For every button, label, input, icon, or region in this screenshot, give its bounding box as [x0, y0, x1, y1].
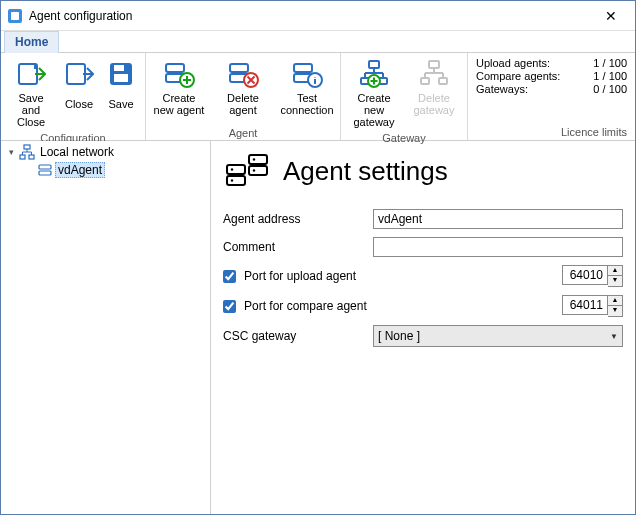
create-new-gateway-button[interactable]: Create new gateway [345, 55, 403, 131]
csc-gateway-value: [ None ] [378, 329, 420, 343]
test-connection-label: Test connection [280, 92, 333, 116]
ribbon: Save and Close Close Save Configuration [1, 53, 635, 141]
network-icon [19, 144, 35, 160]
tree-node-agent[interactable]: vdAgent [1, 161, 210, 179]
tab-home[interactable]: Home [4, 31, 59, 53]
create-new-gateway-label: Create new gateway [348, 92, 400, 128]
server-delete-icon [227, 58, 259, 90]
port-upload-checkbox[interactable] [223, 270, 236, 283]
spin-up-button[interactable]: ▲ [608, 296, 622, 306]
settings-heading-row: Agent settings [223, 151, 623, 191]
licence-limits-panel: Upload agents: 1 / 100 Compare agents: 1… [468, 53, 635, 140]
servers-icon [223, 151, 273, 191]
svg-rect-19 [294, 64, 312, 72]
window-close-button[interactable]: ✕ [589, 2, 633, 30]
chevron-down-icon: ▼ [610, 332, 618, 341]
gateways-label: Gateways: [476, 83, 528, 95]
svg-rect-35 [421, 78, 429, 84]
svg-rect-8 [114, 74, 128, 82]
svg-rect-52 [249, 155, 267, 164]
titlebar: Agent configuration ✕ [1, 1, 635, 31]
comment-label: Comment [223, 240, 373, 254]
save-and-close-label: Save and Close [8, 92, 54, 128]
svg-rect-4 [67, 64, 85, 84]
tree-agent-label: vdAgent [55, 162, 105, 178]
ribbon-group-configuration: Save and Close Close Save Configuration [1, 53, 146, 140]
ribbon-group-agent: Create new agent Delete agent Test conne… [146, 53, 341, 140]
delete-gateway-label: Delete gateway [414, 92, 455, 116]
window-title: Agent configuration [29, 9, 589, 23]
ribbon-group-label: Agent [150, 126, 336, 139]
ribbon-group-gateway: Create new gateway Delete gateway Gatewa… [341, 53, 468, 140]
server-icon [37, 162, 53, 178]
save-button[interactable]: Save [101, 55, 141, 119]
gateways-value: 0 / 100 [583, 83, 627, 95]
port-compare-label: Port for compare agent [244, 299, 367, 313]
tree-node-root[interactable]: ▾ Local network [1, 143, 210, 161]
test-connection-button[interactable]: Test connection [278, 55, 336, 119]
close-button[interactable]: Close [59, 55, 99, 119]
create-new-agent-button[interactable]: Create new agent [150, 55, 208, 119]
expander-icon[interactable]: ▾ [5, 146, 17, 158]
server-plus-icon [163, 58, 195, 90]
tree-panel: ▾ Local network vdAgent [1, 141, 211, 514]
spin-down-button[interactable]: ▼ [608, 276, 622, 286]
compare-agents-label: Compare agents: [476, 70, 560, 82]
tree-root-label: Local network [37, 145, 117, 159]
upload-agents-value: 1 / 100 [583, 57, 627, 69]
agent-address-input[interactable] [373, 209, 623, 229]
spin-down-button[interactable]: ▼ [608, 306, 622, 316]
network-plus-icon [358, 58, 390, 90]
body: ▾ Local network vdAgent Agent settings [1, 141, 635, 514]
settings-heading: Agent settings [283, 156, 448, 187]
agent-address-row: Agent address [223, 209, 623, 229]
save-label: Save [108, 92, 133, 116]
svg-rect-43 [29, 155, 34, 159]
close-icon: ✕ [605, 9, 617, 23]
port-compare-row: Port for compare agent ▲ ▼ [223, 295, 623, 317]
settings-panel: Agent settings Agent address Comment Por… [211, 141, 635, 514]
csc-gateway-row: CSC gateway [ None ] ▼ [223, 325, 623, 347]
svg-point-57 [253, 169, 255, 171]
save-close-icon [15, 58, 47, 90]
port-compare-checkbox[interactable] [223, 300, 236, 313]
licence-caption: Licence limits [476, 124, 627, 138]
svg-point-54 [231, 168, 233, 170]
svg-rect-34 [429, 61, 439, 68]
svg-rect-50 [227, 165, 245, 174]
svg-rect-49 [39, 171, 51, 175]
csc-gateway-label: CSC gateway [223, 329, 373, 343]
comment-row: Comment [223, 237, 623, 257]
svg-rect-14 [230, 64, 248, 72]
save-icon [105, 58, 137, 90]
port-compare-spinner[interactable] [562, 295, 608, 315]
server-info-icon [291, 58, 323, 90]
port-upload-spinner[interactable] [562, 265, 608, 285]
upload-agents-label: Upload agents: [476, 57, 550, 69]
close-label: Close [65, 92, 93, 116]
comment-input[interactable] [373, 237, 623, 257]
port-upload-row: Port for upload agent ▲ ▼ [223, 265, 623, 287]
close-icon-ribbon [63, 58, 95, 90]
port-upload-label: Port for upload agent [244, 269, 356, 283]
spin-up-button[interactable]: ▲ [608, 266, 622, 276]
svg-rect-36 [439, 78, 447, 84]
tab-strip: Home [1, 31, 635, 53]
svg-rect-51 [227, 176, 245, 185]
delete-agent-button[interactable]: Delete agent [210, 55, 276, 119]
network-delete-icon [418, 58, 450, 90]
csc-gateway-dropdown[interactable]: [ None ] ▼ [373, 325, 623, 347]
svg-rect-24 [369, 61, 379, 68]
svg-rect-53 [249, 166, 267, 175]
agent-address-label: Agent address [223, 212, 373, 226]
svg-rect-42 [20, 155, 25, 159]
svg-rect-9 [166, 64, 184, 72]
app-icon [7, 8, 23, 24]
svg-rect-41 [24, 145, 30, 149]
save-and-close-button[interactable]: Save and Close [5, 55, 57, 131]
svg-point-55 [231, 179, 233, 181]
delete-gateway-button: Delete gateway [405, 55, 463, 119]
create-new-agent-label: Create new agent [154, 92, 205, 116]
app-window: Agent configuration ✕ Home Save and Clos… [0, 0, 636, 515]
svg-point-56 [253, 158, 255, 160]
